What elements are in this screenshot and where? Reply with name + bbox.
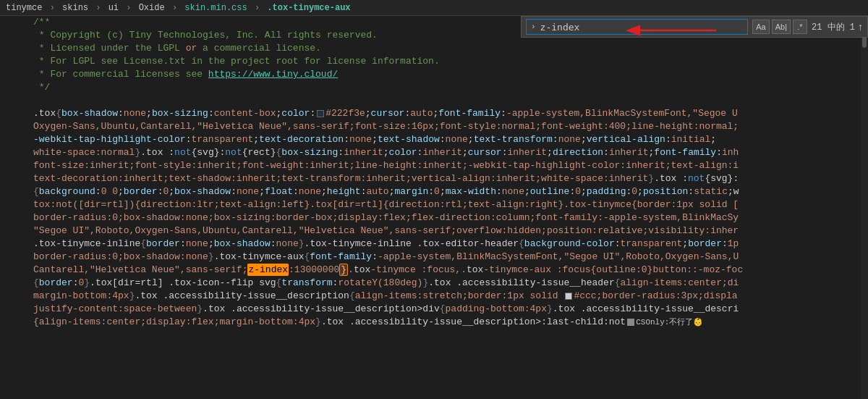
search-options: Aa Ab| .* — [752, 20, 807, 34]
code-line: * For commercial licenses see https://ww… — [0, 68, 868, 81]
code-line: border-radius:0;box-shadow:none;box-sizi… — [0, 211, 868, 224]
code-line: {border:0}.tox[dir=rtl] .tox-icon--flip … — [0, 277, 868, 290]
search-expand-icon: › — [531, 22, 536, 31]
regex-button[interactable]: .* — [793, 20, 807, 34]
search-bar: › Aa Ab| .* 21 中的 1 ↑ — [521, 16, 868, 38]
code-line: margin-bottom:4px}.tox .accessibility-is… — [0, 290, 868, 303]
search-nav-up-button[interactable]: ↑ — [858, 21, 863, 33]
code-line: {align-items:center;display:flex;margin-… — [0, 316, 868, 329]
code-line: tox:not([dir=rtl]){direction:ltr;text-al… — [0, 198, 868, 211]
code-line: .tox-tinymce-inline{border:none;box-shad… — [0, 238, 868, 251]
search-match-current: z-index — [247, 264, 289, 276]
code-line: "Segoe UI",Roboto,Oxygen-Sans,Ubuntu,Can… — [0, 224, 868, 238]
code-line — [0, 94, 868, 107]
search-input-wrapper[interactable]: › — [526, 19, 748, 35]
breadcrumb-bar: tinymce › skins › ui › Oxide › skin.min.… — [0, 0, 868, 16]
code-line: white-space:normal}.tox :not{svg}:not{re… — [0, 146, 868, 159]
search-count: 21 中的 1 — [812, 21, 855, 33]
code-line: font-size:inherit;font-style:inherit;fon… — [0, 159, 868, 172]
code-line: text-decoration:inherit;text-shadow:inhe… — [0, 172, 868, 185]
code-line: justify-content:space-between}.tox .acce… — [0, 303, 868, 316]
code-line: Oxygen-Sans,Ubuntu,Cantarell,"Helvetica … — [0, 120, 868, 133]
code-line: {background:0 0;border:0;box-shadow:none… — [0, 185, 868, 198]
code-line: Cantarell,"Helvetica Neue",sans-serif;z-… — [0, 264, 868, 277]
code-line: border-radius:0;box-shadow:none}.tox-tin… — [0, 251, 868, 264]
breadcrumb: tinymce › skins › ui › Oxide › skin.min.… — [6, 3, 351, 13]
code-area: /** * Copyright (c) Tiny Technologies, I… — [0, 16, 868, 399]
code-line: -webkit-tap-highlight-color:transparent;… — [0, 133, 868, 146]
code-line: * For LGPL see License.txt in the projec… — [0, 55, 868, 68]
search-input[interactable] — [540, 22, 627, 33]
whole-word-button[interactable]: Ab| — [772, 20, 791, 34]
code-line: * Licensed under the LGPL or a commercia… — [0, 42, 868, 55]
code-line: */ — [0, 81, 868, 94]
match-case-button[interactable]: Aa — [752, 20, 769, 34]
code-line: .tox{box-shadow:none;box-sizing:content-… — [0, 107, 868, 120]
scrollbar[interactable] — [861, 16, 868, 399]
